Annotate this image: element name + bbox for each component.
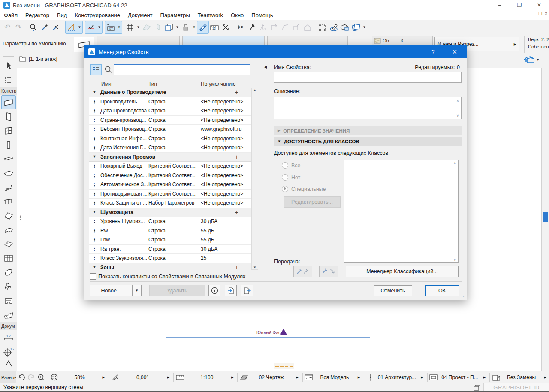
- shell-tool[interactable]: [1, 223, 16, 237]
- redo-icon[interactable]: ↷: [13, 21, 24, 33]
- windows-copy-icon[interactable]: [474, 385, 480, 391]
- dimension-tool[interactable]: 1.2: [1, 330, 16, 344]
- property-row[interactable]: ▴▾Страна-производ...Строка<Не определено…: [89, 116, 251, 125]
- pick-up-settings-button[interactable]: [293, 266, 312, 277]
- combo-sliver-1[interactable]: [97, 36, 180, 45]
- property-group-row[interactable]: ▼Шумозащита+: [89, 208, 251, 217]
- layer-combination-arrow-icon[interactable]: ▶: [293, 376, 301, 379]
- fit-in-window-icon[interactable]: [49, 372, 59, 383]
- property-row[interactable]: ▴▾Автоматическое З...Критерий Соответ...…: [89, 180, 251, 190]
- graphisoft-id-button[interactable]: GRAPHISOFT ID: [483, 383, 549, 391]
- beam-tool[interactable]: [1, 152, 16, 166]
- property-row[interactable]: ▴▾Ra тран.Строка30 дБА: [89, 245, 251, 254]
- property-row[interactable]: ▴▾ПроизводительСтрока<Не определено>: [89, 97, 251, 107]
- window-tool[interactable]: [1, 124, 16, 138]
- scroll-up-icon[interactable]: ▲: [253, 88, 256, 92]
- property-row[interactable]: ▴▾Класс Защиты от ...Набор Параметров<Не…: [89, 199, 251, 208]
- marquee-tool[interactable]: [1, 72, 16, 87]
- pen-set-arrow-icon[interactable]: ▶: [418, 376, 425, 379]
- level-dimension-tool[interactable]: 1.2: [1, 344, 16, 359]
- column-tool[interactable]: [1, 138, 16, 152]
- collapse-caret-icon[interactable]: ▼: [89, 91, 100, 93]
- export-button[interactable]: [241, 285, 253, 296]
- radio-custom[interactable]: [282, 186, 288, 192]
- property-row[interactable]: ▴▾Пожарный ВыходКритерий Соответ...<Не о…: [89, 162, 251, 171]
- dialog-close-button[interactable]: ✕: [446, 45, 463, 58]
- right-edge-strip[interactable]: [541, 68, 549, 371]
- curtain-wall-tool[interactable]: [1, 251, 16, 265]
- override-icon[interactable]: [491, 372, 501, 383]
- wall-tool[interactable]: [1, 95, 16, 109]
- marquee-mode-icon[interactable]: [163, 21, 175, 33]
- roof-tool[interactable]: [1, 208, 16, 223]
- property-group-row[interactable]: ▼Зоны+: [89, 263, 251, 270]
- zoom-to-selection-icon[interactable]: [28, 21, 39, 33]
- scale-combo-arrow-icon[interactable]: ▶: [229, 376, 236, 379]
- scale-icon[interactable]: [175, 372, 185, 383]
- previous-view-icon[interactable]: [16, 372, 26, 383]
- toolbox-handle[interactable]: [3, 56, 14, 57]
- zoom-in-icon[interactable]: [36, 372, 46, 383]
- toolbox-section-design[interactable]: Констр: [0, 87, 17, 95]
- section-value-definition[interactable]: ▶ ОПРЕДЕЛЕНИЕ ЗНАЧЕНИЯ: [274, 126, 462, 135]
- description-textarea[interactable]: ∧∨: [274, 97, 462, 119]
- menu-window[interactable]: Окно: [227, 12, 247, 18]
- slab-tool[interactable]: [1, 166, 16, 180]
- show-conflicts-checkbox[interactable]: [90, 273, 96, 280]
- list-scroll-down-icon[interactable]: ∨: [453, 258, 456, 262]
- column-name[interactable]: Имя: [100, 80, 147, 88]
- toolbox-section-misc[interactable]: Разное: [0, 371, 16, 383]
- property-row[interactable]: ▴▾Противодымовая ...Критерий Соответ...<…: [89, 190, 251, 199]
- dimensions-icon[interactable]: 12: [209, 21, 220, 33]
- snap-guides-dropdown-icon[interactable]: ▼: [97, 21, 102, 33]
- arrow-tool[interactable]: [1, 58, 16, 72]
- property-row[interactable]: ▴▾Вебсайт Производ...Строкаwww.graphisof…: [89, 125, 251, 134]
- property-row[interactable]: ▴▾Класс Звукоизоля...Строка25: [89, 254, 251, 263]
- menu-help[interactable]: Помощь: [247, 12, 277, 18]
- radio-none-row[interactable]: Нет: [282, 174, 300, 181]
- radio-custom-row[interactable]: Специальные: [282, 186, 326, 192]
- orientation-combo[interactable]: 0,00°: [120, 374, 164, 380]
- override-combo[interactable]: Без Замены: [501, 374, 542, 380]
- collapse-caret-icon[interactable]: ▼: [89, 266, 100, 268]
- list-view-toggle-button[interactable]: [90, 64, 102, 75]
- property-group-row[interactable]: ▼Заполнения Проемов+: [89, 153, 251, 162]
- property-row[interactable]: ▴▾RwСтрока55 дБ: [89, 226, 251, 236]
- property-row[interactable]: ▴▾Обеспечение Дос...Критерий Соответ...<…: [89, 171, 251, 181]
- undo-icon[interactable]: ↶: [2, 21, 13, 33]
- annotate-icon[interactable]: [328, 21, 339, 33]
- cloud-share-icon[interactable]: [339, 21, 350, 33]
- menu-edit[interactable]: Редактор: [21, 12, 53, 18]
- info-button[interactable]: [208, 285, 220, 296]
- virtual-trace-icon[interactable]: [152, 21, 163, 33]
- collapse-caret-icon[interactable]: ▼: [89, 211, 100, 213]
- property-row[interactable]: ▴▾Контактная Инфо...Строка<Не определено…: [89, 134, 251, 144]
- layer-combination-icon[interactable]: [239, 372, 249, 383]
- guide-lines-icon[interactable]: [66, 21, 77, 33]
- column-default[interactable]: По умолчанию: [199, 80, 251, 88]
- search-input[interactable]: [114, 64, 250, 75]
- menu-teamwork[interactable]: Teamwork: [194, 12, 227, 18]
- menu-options[interactable]: Параметры: [157, 12, 194, 18]
- inject-settings-button[interactable]: [319, 266, 338, 277]
- add-property-icon[interactable]: +: [229, 154, 241, 160]
- radio-all-row[interactable]: Все: [282, 162, 301, 169]
- angle-dimension-tool[interactable]: [1, 359, 16, 368]
- desc-scroll-up-icon[interactable]: ∧: [456, 99, 459, 103]
- ok-button[interactable]: OK: [425, 285, 459, 296]
- dialog-title-bar[interactable]: Менеджер Свойств ? ✕: [84, 45, 467, 58]
- eyedropper-icon[interactable]: [39, 21, 50, 33]
- toolbox-section-document[interactable]: Докум: [0, 322, 17, 330]
- renovation-filter-combo[interactable]: 04 Проект - П...: [439, 374, 481, 380]
- property-name-input[interactable]: [274, 72, 462, 83]
- menu-design[interactable]: Конструирование: [71, 12, 124, 18]
- minimize-button[interactable]: –: [490, 0, 510, 10]
- new-button[interactable]: Новое...: [90, 285, 133, 296]
- skylight-tool[interactable]: [1, 265, 16, 279]
- morph-tool[interactable]: [1, 237, 16, 251]
- add-property-icon[interactable]: +: [229, 209, 241, 216]
- guide-lines-dropdown-icon[interactable]: ▼: [77, 21, 82, 33]
- zoom-combo[interactable]: 58%: [60, 374, 100, 380]
- maximize-button[interactable]: ❐: [510, 0, 529, 10]
- classification-manager-button[interactable]: Менеджер Классификаций...: [346, 266, 459, 277]
